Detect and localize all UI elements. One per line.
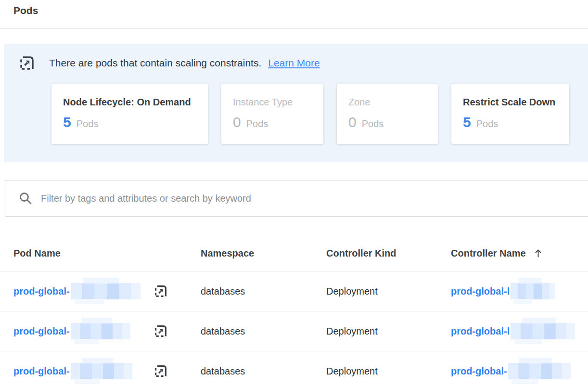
column-header-label: Controller Kind: [326, 248, 396, 259]
pod-name-cell: prod-global-: [13, 283, 201, 299]
card-count: 5: [63, 114, 71, 130]
card-count: 5: [463, 114, 471, 130]
controller-kind-cell: Deployment: [326, 286, 451, 297]
redacted-text: [511, 323, 575, 339]
card-title: Node Lifecycle: On Demand: [63, 97, 196, 108]
controller-kind-cell: Deployment: [326, 326, 451, 337]
scale-icon[interactable]: [154, 284, 167, 298]
column-header-controller-kind[interactable]: Controller Kind: [326, 248, 451, 259]
scale-icon[interactable]: [154, 364, 167, 378]
table-header-row: Pod Name Namespace Controller Kind Contr…: [0, 236, 588, 271]
redacted-text: [71, 283, 141, 299]
column-header-label: Namespace: [201, 248, 254, 259]
redacted-text: [508, 363, 571, 379]
sort-ascending-icon: [535, 249, 542, 258]
card-node-lifecycle[interactable]: Node Lifecycle: On Demand 5 Pods: [51, 84, 208, 144]
card-unit: Pods: [77, 118, 99, 129]
filter-search-bar: [4, 180, 588, 217]
card-count-row: 5 Pods: [463, 114, 558, 130]
controller-name-link[interactable]: prod-global-l: [451, 286, 510, 297]
card-unit: Pods: [246, 118, 268, 129]
column-header-controller-name[interactable]: Controller Name: [451, 248, 588, 259]
search-input[interactable]: [40, 193, 588, 205]
learn-more-link[interactable]: Learn More: [268, 57, 320, 69]
card-count-row: 0 Pods: [233, 114, 312, 130]
card-instance-type[interactable]: Instance Type 0 Pods: [221, 84, 323, 144]
namespace-cell: databases: [201, 366, 326, 377]
redacted-text: [71, 363, 132, 379]
card-zone[interactable]: Zone 0 Pods: [337, 84, 438, 144]
card-count-row: 5 Pods: [63, 114, 196, 130]
column-header-label: Controller Name: [451, 248, 526, 259]
card-title: Zone: [348, 97, 426, 108]
banner-header: There are pods that contain scaling cons…: [19, 55, 588, 71]
controller-name-cell: prod-global-: [451, 363, 588, 379]
card-count: 0: [348, 114, 357, 130]
card-count: 0: [233, 114, 241, 130]
redacted-text: [71, 323, 130, 339]
card-title: Restrict Scale Down: [463, 97, 558, 108]
title-divider: [0, 28, 588, 29]
search-icon: [19, 192, 32, 205]
card-unit: Pods: [362, 118, 384, 129]
column-header-namespace[interactable]: Namespace: [201, 248, 326, 259]
card-unit: Pods: [476, 118, 499, 129]
controller-kind-cell: Deployment: [326, 366, 451, 377]
pod-name-link[interactable]: prod-global-: [13, 366, 70, 377]
namespace-cell: databases: [201, 326, 326, 337]
page-title: Pods: [0, 0, 588, 17]
card-restrict-scale-down[interactable]: Restrict Scale Down 5 Pods: [451, 84, 569, 144]
pod-name-cell: prod-global-: [13, 323, 201, 339]
controller-name-cell: prod-global-l: [451, 323, 588, 339]
table-row: prod-global- databases Deployment prod-g…: [0, 311, 588, 351]
constraint-cards: Node Lifecycle: On Demand 5 Pods Instanc…: [51, 84, 588, 144]
card-count-row: 0 Pods: [348, 114, 426, 130]
scaling-constraints-banner: There are pods that contain scaling cons…: [4, 44, 588, 162]
pod-name-cell: prod-global-: [13, 363, 201, 379]
controller-name-link[interactable]: prod-global-l: [451, 326, 510, 337]
scale-icon[interactable]: [154, 324, 167, 338]
controller-name-cell: prod-global-l: [451, 283, 588, 299]
column-header-pod-name[interactable]: Pod Name: [13, 248, 201, 259]
pod-name-link[interactable]: prod-global-: [13, 286, 70, 297]
table-row: prod-global- databases Deployment prod-g…: [0, 271, 588, 311]
pod-name-link[interactable]: prod-global-: [13, 326, 70, 337]
redacted-text: [511, 283, 555, 299]
controller-name-link[interactable]: prod-global-: [451, 366, 507, 377]
banner-message: There are pods that contain scaling cons…: [49, 57, 261, 69]
scale-icon: [19, 55, 35, 71]
card-title: Instance Type: [233, 97, 312, 108]
table-row: prod-global- databases Deployment prod-g…: [0, 351, 588, 387]
namespace-cell: databases: [201, 286, 326, 297]
column-header-label: Pod Name: [13, 248, 61, 259]
